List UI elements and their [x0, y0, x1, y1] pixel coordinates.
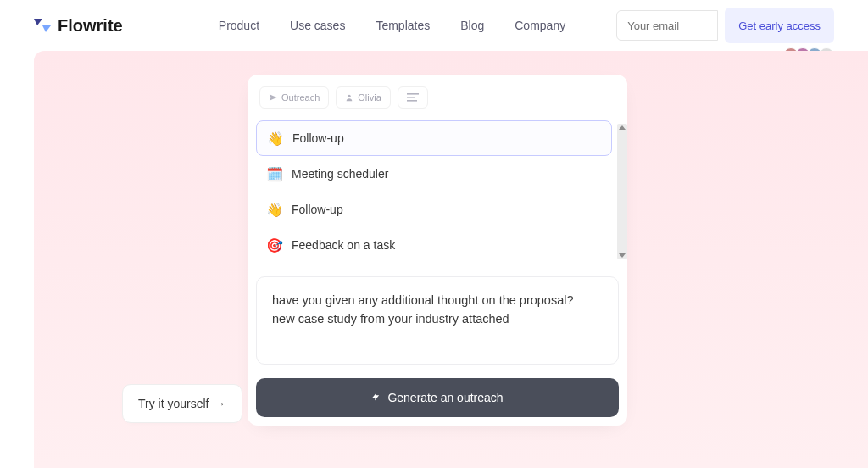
dropdown-item-feedback[interactable]: 🎯 Feedback on a task	[256, 227, 612, 263]
dropdown-item-label: Feedback on a task	[292, 238, 395, 252]
dropdown-item-followup[interactable]: 👋 Follow-up	[256, 120, 612, 156]
wave-icon: 👋	[266, 202, 283, 218]
person-icon	[345, 93, 353, 102]
template-dropdown: 👋 Follow-up 🗓️ Meeting scheduler 👋 Follo…	[256, 120, 619, 263]
svg-rect-5	[407, 100, 417, 102]
send-icon	[269, 93, 277, 102]
wave-icon: 👋	[267, 131, 284, 147]
nav-use-cases[interactable]: Use cases	[290, 19, 345, 32]
dropdown-item-label: Meeting scheduler	[292, 167, 388, 181]
generate-button[interactable]: Generate an outreach	[256, 378, 619, 417]
main-nav: Product Use cases Templates Blog Company	[219, 19, 565, 32]
early-access-button[interactable]: Get early access	[725, 8, 834, 43]
logo-icon	[34, 19, 51, 32]
arrow-right-icon: →	[214, 397, 226, 410]
chip-olivia[interactable]: Olivia	[336, 86, 391, 109]
generate-label: Generate an outreach	[387, 391, 503, 404]
svg-rect-3	[407, 93, 419, 95]
nav-templates[interactable]: Templates	[376, 19, 430, 32]
nav-company[interactable]: Company	[515, 19, 565, 32]
try-it-yourself-button[interactable]: Try it yourself →	[122, 384, 242, 423]
compose-textarea[interactable]: have you given any additional thought on…	[256, 276, 619, 365]
chip-label: Outreach	[281, 92, 320, 103]
dropdown-item-label: Follow-up	[292, 131, 344, 145]
calendar-icon: 🗓️	[266, 166, 283, 182]
try-label: Try it yourself	[138, 397, 209, 410]
align-left-icon	[407, 93, 419, 102]
target-icon: 🎯	[266, 237, 283, 254]
svg-point-2	[348, 95, 351, 98]
svg-rect-4	[407, 97, 415, 98]
dropdown-item-followup-2[interactable]: 👋 Follow-up	[256, 192, 612, 227]
scroll-down-icon	[619, 254, 626, 258]
chip-format[interactable]	[398, 86, 428, 109]
scrollbar[interactable]	[617, 124, 627, 259]
chip-label: Olivia	[358, 92, 381, 103]
svg-marker-1	[42, 25, 51, 32]
compose-panel: Outreach Olivia 👋 Follow-up 🗓️ Me	[248, 75, 627, 426]
svg-marker-0	[34, 19, 42, 25]
nav-product[interactable]: Product	[219, 19, 259, 32]
chip-outreach[interactable]: Outreach	[259, 86, 329, 109]
bolt-icon	[371, 391, 381, 405]
email-field[interactable]	[616, 10, 718, 41]
brand-logo[interactable]: Flowrite	[34, 16, 123, 36]
dropdown-item-meeting[interactable]: 🗓️ Meeting scheduler	[256, 156, 612, 192]
scroll-up-icon	[619, 125, 626, 130]
nav-blog[interactable]: Blog	[460, 19, 484, 32]
dropdown-item-label: Follow-up	[292, 203, 343, 216]
brand-name: Flowrite	[58, 16, 123, 36]
